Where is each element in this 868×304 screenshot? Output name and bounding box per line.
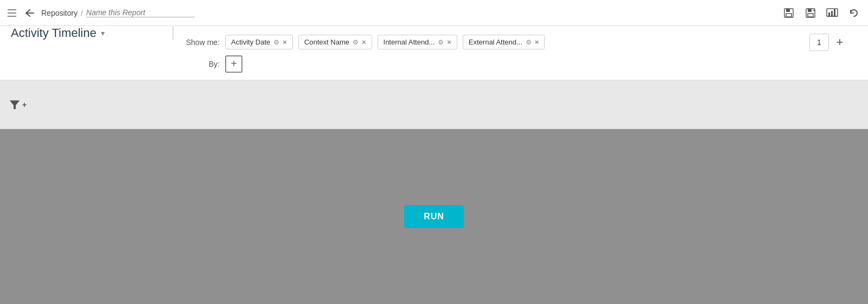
main-content: RUN (0, 129, 868, 304)
page-controls: 1 + (809, 34, 857, 51)
breadcrumb-separator: / (81, 9, 83, 17)
by-row: By: + (184, 55, 857, 73)
chart-button[interactable] (825, 5, 840, 21)
show-me-label: Show me: (184, 38, 220, 47)
add-page-button[interactable]: + (831, 34, 848, 51)
gear-icon-internal-attend[interactable]: ⚙ (438, 39, 444, 46)
svg-rect-1 (8, 12, 16, 14)
field-label-internal-attend: Internal Attend... (384, 38, 435, 46)
filter-add-indicator: + (22, 100, 27, 109)
field-label-external-attend: External Attend... (469, 38, 522, 46)
svg-rect-8 (808, 9, 812, 12)
report-type-selector[interactable]: Activity Timeline ▾ (0, 26, 174, 40)
chart-icon (826, 8, 838, 18)
filter-area (32, 88, 859, 121)
svg-text:+: + (813, 8, 815, 13)
nav-toggle-button[interactable] (7, 8, 17, 18)
close-icon-context-name[interactable]: × (362, 38, 366, 46)
close-icon-internal-attend[interactable]: × (447, 38, 451, 46)
breadcrumb-repo: Repository (41, 9, 78, 17)
run-button[interactable]: RUN (404, 205, 464, 228)
by-label: By: (184, 60, 220, 68)
navbar-left: Repository / (7, 5, 195, 21)
breadcrumb: Repository / (41, 8, 195, 17)
funnel-icon (9, 99, 21, 111)
filter-row: + (0, 80, 868, 129)
close-icon-activity-date[interactable]: × (283, 38, 287, 46)
back-button[interactable] (22, 5, 37, 21)
page-number: 1 (809, 34, 829, 51)
gear-icon-external-attend[interactable]: ⚙ (526, 39, 532, 46)
add-by-field-button[interactable]: + (225, 55, 242, 73)
svg-rect-9 (808, 14, 813, 17)
field-pill-activity-date[interactable]: Activity Date ⚙ × (225, 35, 293, 49)
show-me-row: Show me: Activity Date ⚙ × Context Name … (184, 34, 857, 51)
navbar: Repository / + (0, 0, 868, 26)
field-pill-external-attend[interactable]: External Attend... ⚙ × (463, 35, 545, 49)
field-label-context-name: Context Name (304, 38, 349, 46)
save-icon (783, 8, 794, 18)
field-label-activity-date: Activity Date (231, 38, 270, 46)
report-type-dropdown-arrow[interactable]: ▾ (101, 29, 105, 37)
svg-rect-6 (786, 14, 792, 17)
undo-button[interactable] (846, 5, 861, 21)
navbar-right: + (781, 5, 861, 21)
show-by-area: Show me: Activity Date ⚙ × Context Name … (174, 28, 868, 78)
report-type-label: Activity Timeline (11, 26, 97, 40)
gear-icon-activity-date[interactable]: ⚙ (273, 39, 279, 46)
menu-icon (8, 9, 16, 17)
gear-icon-context-name[interactable]: ⚙ (353, 39, 359, 46)
svg-rect-0 (8, 9, 16, 10)
back-arrow-icon (24, 9, 34, 17)
field-pill-context-name[interactable]: Context Name ⚙ × (298, 35, 372, 49)
filter-icon[interactable]: + (9, 99, 27, 111)
svg-rect-5 (786, 9, 790, 12)
close-icon-external-attend[interactable]: × (535, 38, 539, 46)
svg-marker-16 (10, 100, 20, 109)
svg-rect-15 (834, 9, 835, 16)
save-as-button[interactable]: + (803, 5, 818, 21)
svg-rect-13 (828, 12, 830, 16)
svg-rect-14 (831, 11, 833, 16)
undo-icon (848, 8, 859, 18)
svg-rect-2 (8, 16, 16, 17)
controls-row: Activity Timeline ▾ Show me: Activity Da… (0, 26, 868, 80)
save-button[interactable] (781, 5, 796, 21)
report-name-input[interactable] (86, 8, 195, 17)
field-pill-internal-attend[interactable]: Internal Attend... ⚙ × (378, 35, 457, 49)
save-as-icon: + (805, 8, 816, 18)
